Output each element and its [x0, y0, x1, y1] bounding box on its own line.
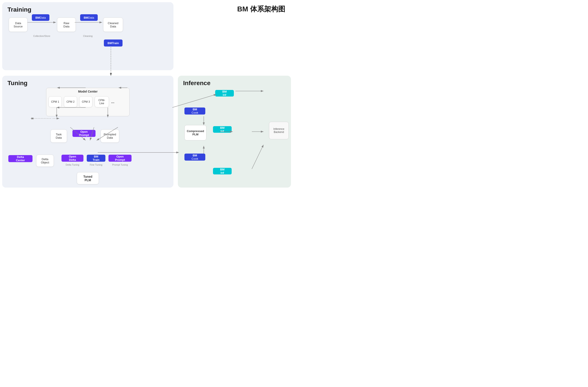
cpm-live-node: CPM-Live: [95, 96, 109, 107]
tuned-plm-node: TunedPLM: [77, 172, 99, 184]
page-title: BM 体系架构图: [237, 4, 285, 14]
bm-inf-badge-2: BMInf: [213, 126, 232, 133]
inference-section: Inference BMInf BMCook CompressedPLM BMI…: [178, 76, 291, 188]
cpm1-node: CPM 1: [48, 96, 62, 107]
compressed-plm-box: CompressedPLM: [185, 125, 206, 140]
cpm2-node: CPM 2: [64, 96, 77, 107]
tuning-title: Tuning: [7, 80, 168, 87]
bm-train-badge-2: BMTrain: [87, 155, 105, 162]
bm-inf-badge-1: BMInf: [215, 90, 234, 97]
bm-cook-badge-1: BMCook: [185, 108, 205, 115]
bm-train-badge: BMTrain: [104, 39, 123, 46]
data-source-node: DataSource: [9, 18, 27, 32]
model-center-box: Model Center CPM 1 CPM 2 CPM 3 CPM-Live …: [46, 88, 129, 116]
prompt-tuning-label: Prompt Tuning: [108, 163, 131, 166]
cleaning-label: Cleaning: [80, 35, 96, 37]
inference-title: Inference: [183, 80, 286, 87]
cleaned-data-node: CleanedData: [103, 18, 123, 32]
training-section: Training DataSource BMData Collection/St…: [2, 2, 173, 70]
collection-store-label: Collection/Store: [31, 35, 53, 37]
tuning-section: Tuning Model Center CPM 1 CPM 2 CPM 3 CP…: [2, 76, 173, 188]
bm-data-badge-2: BMData: [80, 14, 98, 21]
fine-tuning-label: Fine Tuning: [87, 163, 105, 166]
task-data-node: TaskData: [50, 129, 67, 143]
training-title: Training: [7, 6, 168, 13]
bm-data-badge-1: BMData: [32, 14, 49, 21]
raw-data-node: RawData: [57, 18, 76, 32]
prompted-data-node: PromptedData: [101, 129, 119, 143]
delta-center-badge: DeltaCenter: [8, 155, 33, 162]
delta-tuning-label: Delta Tuning: [62, 163, 84, 166]
open-delta-badge: OpenDelta: [62, 155, 84, 162]
delta-object-node: DeltaObject: [36, 155, 54, 167]
open-prompt-badge-1: OpenPrompt: [72, 130, 96, 137]
cpm3-node: CPM 3: [79, 96, 92, 107]
bm-cook-badge-2: BMCook: [185, 154, 205, 161]
inference-backend-box: InferenceBackend: [269, 122, 289, 139]
open-prompt-badge-2: OpenPrompt: [108, 155, 131, 162]
bm-inf-badge-3: BMInf: [213, 168, 232, 174]
